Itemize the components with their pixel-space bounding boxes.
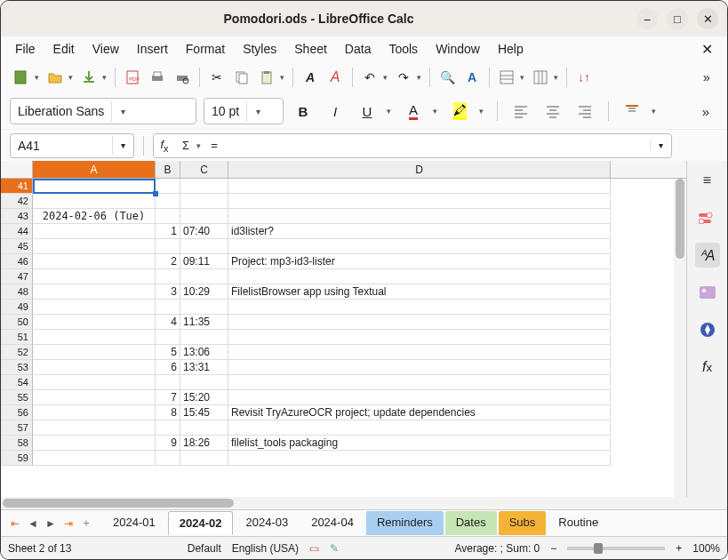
menu-view[interactable]: View [85, 38, 126, 60]
formatbar-overflow-icon[interactable]: » [693, 99, 718, 124]
cell[interactable]: 18:26 [180, 436, 228, 451]
row-header[interactable]: 43 [1, 209, 33, 224]
cell[interactable] [180, 269, 228, 284]
cell[interactable] [228, 315, 611, 330]
row-header[interactable]: 42 [1, 194, 33, 209]
cell[interactable]: Project: mp3-id3-lister [228, 254, 611, 269]
cell[interactable]: 07:40 [180, 224, 228, 239]
cell[interactable] [156, 451, 180, 466]
formula-equals-icon[interactable]: = [204, 139, 225, 152]
cell[interactable] [33, 284, 156, 300]
chevron-down-icon[interactable]: ▾ [246, 101, 269, 122]
new-dropdown-icon[interactable]: ▾ [35, 73, 42, 82]
horizontal-scrollbar[interactable] [1, 497, 727, 509]
clear-formatting-icon[interactable]: A [299, 66, 322, 89]
sheet-tab[interactable]: 2024-04 [300, 511, 364, 535]
colhead-D[interactable]: D [228, 161, 611, 178]
colhead-C[interactable]: C [180, 161, 228, 178]
chevron-down-icon[interactable]: ▾ [112, 136, 133, 155]
cell[interactable] [180, 209, 228, 224]
cell[interactable]: 7 [156, 390, 180, 405]
cell[interactable]: 8 [156, 405, 180, 420]
cell[interactable]: 2024-02-06 (Tue) [33, 209, 156, 224]
cut-icon[interactable]: ✂ [205, 66, 228, 89]
cell[interactable] [180, 420, 228, 436]
cell[interactable] [156, 420, 180, 436]
cell[interactable]: 4 [156, 315, 180, 330]
scrollbar-thumb[interactable] [676, 179, 684, 259]
menu-help[interactable]: Help [491, 38, 531, 60]
cell[interactable] [33, 254, 156, 269]
navigator-icon[interactable] [695, 317, 720, 342]
last-sheet-icon[interactable]: ⇥ [60, 517, 77, 530]
copy-icon[interactable] [230, 66, 253, 89]
cell[interactable] [156, 194, 180, 209]
cell[interactable] [33, 179, 156, 194]
cell[interactable] [228, 300, 611, 315]
name-box[interactable]: A41 ▾ [10, 133, 134, 158]
cell[interactable] [180, 451, 228, 466]
cell[interactable] [33, 451, 156, 466]
paste-icon[interactable] [255, 66, 278, 89]
menu-file[interactable]: File [8, 38, 43, 60]
font-color-dropdown-icon[interactable]: ▾ [433, 107, 440, 116]
cell[interactable] [228, 239, 611, 254]
underline-button[interactable]: U [355, 99, 380, 124]
bold-button[interactable]: B [291, 99, 316, 124]
cell[interactable] [228, 345, 611, 360]
close-document-button[interactable]: ✕ [694, 37, 720, 61]
maximize-button[interactable]: □ [667, 8, 688, 29]
cell[interactable] [228, 375, 611, 390]
signature-icon[interactable]: ✎ [330, 542, 339, 555]
cell[interactable] [33, 375, 156, 390]
cell[interactable] [180, 375, 228, 390]
open-icon[interactable] [44, 66, 67, 89]
row-header[interactable]: 55 [1, 390, 33, 405]
cell[interactable]: 2 [156, 254, 180, 269]
cell[interactable] [33, 239, 156, 254]
cell[interactable] [228, 390, 611, 405]
cell[interactable] [33, 360, 156, 375]
redo-icon[interactable]: ↷ [392, 66, 415, 89]
sheet-tab[interactable]: 2024-02 [168, 511, 234, 535]
paste-dropdown-icon[interactable]: ▾ [280, 73, 287, 82]
align-v-dropdown-icon[interactable]: ▾ [652, 107, 659, 116]
save-dropdown-icon[interactable]: ▾ [102, 73, 109, 82]
spreadsheet-grid[interactable]: A B C D 4142432024-02-06 (Tue)44107:40id… [1, 161, 686, 497]
zoom-value[interactable]: 100% [692, 542, 720, 555]
gallery-icon[interactable] [695, 280, 720, 305]
cell[interactable] [228, 330, 611, 345]
cell[interactable] [156, 375, 180, 390]
colhead-A[interactable]: A [33, 161, 156, 178]
toolbar-overflow-icon[interactable]: » [695, 66, 718, 89]
cell[interactable]: 09:11 [180, 254, 228, 269]
sheet-tab[interactable]: Dates [445, 511, 497, 535]
cell[interactable]: 3 [156, 284, 180, 300]
add-sheet-icon[interactable]: ＋ [77, 516, 95, 531]
cell[interactable] [228, 269, 611, 284]
sheet-tab[interactable]: Reminders [366, 511, 444, 535]
cell[interactable]: 15:20 [180, 390, 228, 405]
cell[interactable] [33, 436, 156, 451]
sum-dropdown-icon[interactable]: ▾ [196, 141, 204, 150]
functions-icon[interactable]: fx [695, 355, 720, 380]
cell[interactable] [180, 239, 228, 254]
prev-sheet-icon[interactable]: ◄ [24, 517, 42, 530]
properties-icon[interactable] [695, 205, 720, 230]
chevron-down-icon[interactable]: ▾ [111, 101, 134, 122]
colhead-B[interactable]: B [156, 161, 180, 178]
zoom-out-icon[interactable]: − [550, 542, 556, 555]
cell[interactable]: 11:35 [180, 315, 228, 330]
font-color-button[interactable]: A [401, 99, 426, 124]
cell[interactable]: 6 [156, 360, 180, 375]
row-header[interactable]: 41 [1, 179, 33, 194]
font-name-combo[interactable]: Liberation Sans ▾ [10, 98, 196, 124]
sidebar-menu-icon[interactable]: ≡ [695, 168, 720, 193]
row-header[interactable]: 51 [1, 330, 33, 345]
sort-icon[interactable]: ↓↑ [572, 66, 596, 89]
pdf-icon[interactable]: PDF [121, 66, 144, 89]
menu-tools[interactable]: Tools [381, 38, 425, 60]
row-header[interactable]: 56 [1, 405, 33, 420]
sheet-tab[interactable]: Routine [548, 511, 609, 535]
print-preview-icon[interactable] [171, 66, 194, 89]
